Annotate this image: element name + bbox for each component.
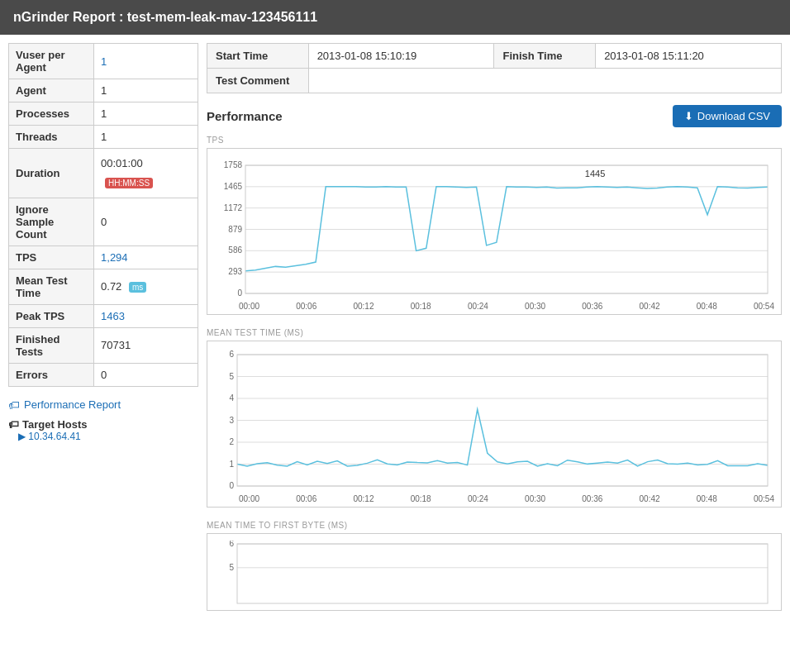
- target-ip-link[interactable]: ▶ 10.34.64.41: [18, 431, 198, 442]
- right-panel: Start Time 2013-01-08 15:10:19 Finish Ti…: [207, 43, 782, 624]
- tps-x-axis: 00:0000:0600:1200:1800:2400:3000:3600:42…: [214, 300, 774, 311]
- table-row: Processes 1: [9, 102, 198, 126]
- performance-report-link[interactable]: 🏷 Performance Report: [8, 398, 198, 412]
- mtt-x-axis: 00:0000:0600:1200:1800:2400:3000:3600:42…: [214, 493, 774, 503]
- row-value: 1: [94, 126, 198, 149]
- tps-chart-container: 00:0000:0600:1200:1800:2400:3000:3600:42…: [207, 148, 782, 315]
- row-value: 1: [94, 79, 198, 102]
- start-time-value: 2013-01-08 15:10:19: [308, 44, 494, 69]
- target-hosts-label: 🏷 Target Hosts: [8, 418, 198, 431]
- mean-test-time-value: 0.72: [101, 280, 121, 293]
- page-title: nGrinder Report : test-mem-leak-mav-1234…: [13, 10, 317, 24]
- row-label: TPS: [9, 245, 94, 269]
- test-comment-label: Test Comment: [207, 69, 309, 93]
- table-row: Vuser per Agent 1: [9, 44, 198, 79]
- mtfb-chart-label: MEAN TIME TO FIRST BYTE (MS): [207, 521, 782, 530]
- row-label: Peak TPS: [9, 304, 94, 327]
- peak-tps-link[interactable]: 1463: [101, 310, 125, 322]
- row-label: Errors: [9, 363, 94, 386]
- tag-icon: 🏷: [8, 398, 20, 412]
- download-icon: ⬇: [684, 110, 693, 122]
- sidebar-links: 🏷 Performance Report 🏷 Target Hosts ▶ 10…: [8, 398, 198, 442]
- download-csv-button[interactable]: ⬇ Download CSV: [673, 105, 782, 127]
- download-label: Download CSV: [697, 110, 770, 122]
- row-label: Threads: [9, 126, 94, 149]
- table-row: TPS 1,294: [9, 245, 198, 269]
- row-value: 1: [94, 44, 198, 79]
- mtt-canvas: [214, 348, 776, 493]
- tag-icon2: 🏷: [8, 418, 19, 431]
- left-panel: Vuser per Agent 1 Agent 1 Processes 1 Th…: [8, 43, 198, 624]
- row-value: 0: [94, 363, 198, 386]
- mean-test-time-chart-container: 00:0000:0600:1200:1800:2400:3000:3600:42…: [207, 341, 782, 508]
- row-value: 0.72 ms: [94, 269, 198, 304]
- row-label: Vuser per Agent: [9, 44, 94, 79]
- mean-test-time-chart-label: MEAN TEST TIME (MS): [207, 328, 782, 337]
- mtfb-canvas: [214, 541, 776, 607]
- finish-time-value: 2013-01-08 15:11:20: [596, 44, 782, 69]
- row-label: Duration: [9, 149, 94, 198]
- mtfb-chart-container: [207, 533, 782, 611]
- row-label: Agent: [9, 79, 94, 102]
- row-label: Ignore Sample Count: [9, 198, 94, 245]
- table-row: Finished Tests 70731: [9, 327, 198, 363]
- performance-title: Performance: [207, 109, 283, 123]
- row-label: Processes: [9, 102, 94, 126]
- tps-chart-label: TPS: [207, 136, 782, 145]
- start-time-label: Start Time: [207, 44, 309, 69]
- table-row: Mean Test Time 0.72 ms: [9, 269, 198, 304]
- row-label: Mean Test Time: [9, 269, 94, 304]
- mean-test-time-badge: ms: [129, 282, 146, 293]
- row-value: 1463: [94, 304, 198, 327]
- table-row: Peak TPS 1463: [9, 304, 198, 327]
- test-comment-value: [308, 69, 781, 93]
- row-label: Finished Tests: [9, 327, 94, 363]
- row-value: 70731: [94, 327, 198, 363]
- tps-link[interactable]: 1,294: [101, 251, 128, 264]
- table-row: Errors 0: [9, 363, 198, 386]
- row-value: 1: [94, 102, 198, 126]
- performance-header: Performance ⬇ Download CSV: [207, 105, 782, 127]
- duration-badge: HH:MM:SS: [105, 178, 153, 188]
- table-row: Threads 1: [9, 126, 198, 149]
- tps-canvas: [214, 155, 776, 300]
- info-table: Vuser per Agent 1 Agent 1 Processes 1 Th…: [8, 43, 198, 387]
- table-row: Ignore Sample Count 0: [9, 198, 198, 245]
- duration-value: 00:01:00: [101, 157, 143, 169]
- table-row: Agent 1: [9, 79, 198, 102]
- table-row: Duration 00:01:00 HH:MM:SS: [9, 149, 198, 198]
- tps-chart-section: TPS 00:0000:0600:1200:1800:2400:3000:360…: [207, 136, 782, 315]
- top-info-table: Start Time 2013-01-08 15:10:19 Finish Ti…: [207, 43, 782, 93]
- page-header: nGrinder Report : test-mem-leak-mav-1234…: [0, 0, 790, 35]
- finish-time-label: Finish Time: [494, 44, 596, 69]
- mean-test-time-chart-section: MEAN TEST TIME (MS) 00:0000:0600:1200:18…: [207, 328, 782, 508]
- row-value: 0: [94, 198, 198, 245]
- row-value: 00:01:00 HH:MM:SS: [94, 149, 198, 198]
- vuser-link[interactable]: 1: [101, 55, 107, 68]
- performance-report-label: Performance Report: [24, 398, 121, 411]
- arrow-icon: ▶: [18, 431, 26, 442]
- mtfb-chart-section: MEAN TIME TO FIRST BYTE (MS): [207, 521, 782, 611]
- row-value: 1,294: [94, 245, 198, 269]
